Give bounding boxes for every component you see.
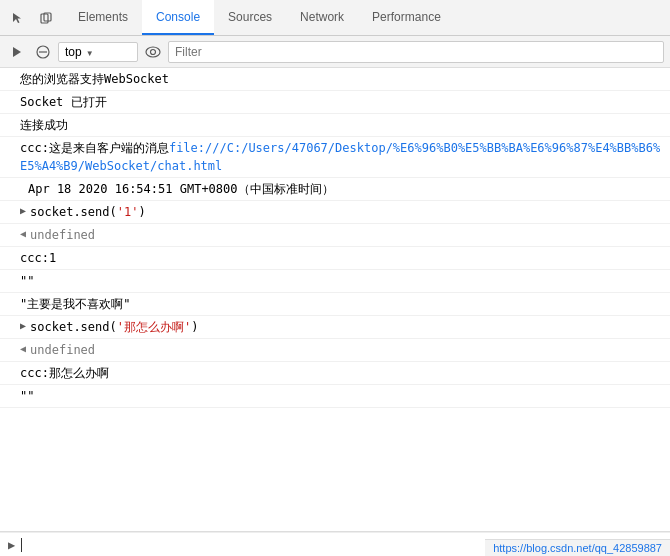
console-input-line[interactable]: ▶ socket.send('那怎么办啊')	[0, 316, 670, 339]
svg-point-5	[146, 47, 160, 57]
tab-console[interactable]: Console	[142, 0, 214, 35]
context-selector[interactable]: top	[58, 42, 138, 62]
expand-arrow-icon: ▶	[20, 203, 26, 218]
svg-marker-2	[13, 47, 21, 57]
console-line: ""	[0, 270, 670, 293]
clear-console-button[interactable]	[32, 41, 54, 63]
status-url: https://blog.csdn.net/qq_42859887	[493, 542, 662, 554]
console-line: ""	[0, 385, 670, 408]
console-input-line[interactable]: ▶ socket.send('1')	[0, 201, 670, 224]
filter-input[interactable]	[168, 41, 664, 63]
console-output: 您的浏览器支持WebSocket Socket 已打开 连接成功 ccc:这是来…	[0, 68, 670, 532]
result-arrow-icon: ◀	[20, 341, 26, 356]
tab-sources[interactable]: Sources	[214, 0, 286, 35]
result-arrow-icon: ◀	[20, 226, 26, 241]
cursor-blink	[21, 538, 22, 552]
console-line: 连接成功	[0, 114, 670, 137]
console-line: Apr 18 2020 16:54:51 GMT+0800（中国标准时间）	[0, 178, 670, 201]
expand-arrow-icon: ▶	[20, 318, 26, 333]
prompt-arrow-icon: ▶	[8, 538, 15, 552]
console-line: ccc:那怎么办啊	[0, 362, 670, 385]
console-line: "主要是我不喜欢啊"	[0, 293, 670, 316]
tab-bar: Elements Console Sources Network Perform…	[0, 0, 670, 36]
inspect-icon[interactable]	[34, 6, 58, 30]
console-result-line: ◀ undefined	[0, 339, 670, 362]
console-line: ccc:这是来自客户端的消息file:///C:/Users/47067/Des…	[0, 137, 670, 178]
cursor-icon[interactable]	[6, 6, 30, 30]
console-result-line: ◀ undefined	[0, 224, 670, 247]
console-line: 您的浏览器支持WebSocket	[0, 68, 670, 91]
console-line: Socket 已打开	[0, 91, 670, 114]
chevron-down-icon	[86, 45, 94, 59]
console-toolbar: top	[0, 36, 670, 68]
status-bar: https://blog.csdn.net/qq_42859887	[485, 539, 670, 556]
devtools-left-icons	[0, 0, 64, 35]
tab-network[interactable]: Network	[286, 0, 358, 35]
console-line: ccc:1	[0, 247, 670, 270]
tab-elements[interactable]: Elements	[64, 0, 142, 35]
tab-performance[interactable]: Performance	[358, 0, 455, 35]
svg-point-6	[151, 49, 156, 54]
play-button[interactable]	[6, 41, 28, 63]
eye-icon[interactable]	[142, 41, 164, 63]
